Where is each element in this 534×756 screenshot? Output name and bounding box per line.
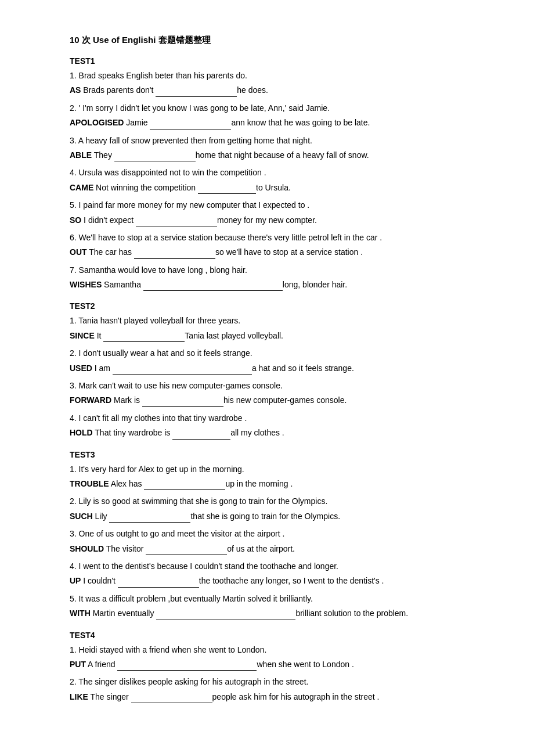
answer-line-test1-4: CAME Not winning the competition to Ursu… <box>70 181 464 194</box>
keyword-test4-2: LIKE <box>70 692 88 701</box>
blank-test1-3[interactable] <box>114 152 196 161</box>
answer-line-test3-1: TROUBLE Alex has up in the morning . <box>70 477 464 490</box>
question-line-test2-1: 1. Tania hasn't played volleyball for th… <box>70 314 464 327</box>
question-line-test1-5: 5. I paind far more money for my new com… <box>70 199 464 211</box>
question-line-test1-2: 2. ' I'm sorry I didn't let you know I w… <box>70 102 464 114</box>
blank-test3-1[interactable] <box>144 481 225 490</box>
keyword-test2-2: USED <box>70 363 92 373</box>
keyword-test2-1: SINCE <box>70 331 95 340</box>
question-line-test2-2: 2. I don't usually wear a hat and so it … <box>70 347 464 359</box>
keyword-test3-3: SHOULD <box>70 544 104 553</box>
question-line-test2-3: 3. Mark can't wait to use his new comput… <box>70 379 464 392</box>
keyword-test3-1: TROUBLE <box>70 479 109 488</box>
answer-line-test1-7: WISHES Samantha long, blonder hair. <box>70 278 464 291</box>
question-line-test3-1: 1. It's very hard for Alex to get up in … <box>70 463 464 476</box>
question-line-test3-5: 5. It was a difficult problem ,but event… <box>70 592 464 605</box>
keyword-test1-1: AS <box>70 85 81 95</box>
answer-line-test2-3: FORWARD Mark is his new computer-games c… <box>70 394 464 406</box>
keyword-test3-2: SUCH <box>70 512 93 521</box>
answer-line-test3-5: WITH Martin eventually brilliant solutio… <box>70 607 464 620</box>
keyword-test1-4: CAME <box>70 183 93 192</box>
blank-test3-2[interactable] <box>109 513 190 523</box>
answer-line-test2-4: HOLD That tiny wardrobe is all my clothe… <box>70 426 464 439</box>
answer-line-test4-2: LIKE The singer people ask him for his a… <box>70 690 464 703</box>
page-title: 10 次 Use of Englishi 套题错题整理 <box>70 35 464 46</box>
blank-test1-7[interactable] <box>143 282 283 291</box>
keyword-test4-1: PUT <box>70 660 86 669</box>
blank-test3-4[interactable] <box>118 578 199 588</box>
answer-line-test1-5: SO I didn't expect money for my new comp… <box>70 214 464 226</box>
question-line-test3-4: 4. I went to the dentist's because I cou… <box>70 560 464 573</box>
question-line-test1-1: 1. Brad speaks English beter than his pa… <box>70 69 464 82</box>
blank-test3-3[interactable] <box>146 546 227 555</box>
question-line-test4-2: 2. The singer dislikes people asking for… <box>70 675 464 688</box>
blank-test1-1[interactable] <box>156 88 237 97</box>
question-line-test1-4: 4. Ursula was disappointed not to win th… <box>70 166 464 179</box>
answer-line-test1-2: APOLOGISED Jamie ann know that he was go… <box>70 116 464 129</box>
question-line-test2-4: 4. I can't fit all my clothes into that … <box>70 412 464 424</box>
keyword-test1-3: ABLE <box>70 150 92 160</box>
question-line-test3-3: 3. One of us outght to go and meet the v… <box>70 527 464 540</box>
blank-test2-2[interactable] <box>113 365 252 375</box>
blank-test1-6[interactable] <box>134 250 215 259</box>
answer-line-test3-4: UP I couldn't the toothache any longer, … <box>70 574 464 587</box>
answer-line-test1-3: ABLE They home that night because of a h… <box>70 149 464 161</box>
section-title-test2: TEST2 <box>70 301 464 311</box>
keyword-test2-3: FORWARD <box>70 395 111 405</box>
blank-test4-1[interactable] <box>117 661 257 671</box>
section-title-test1: TEST1 <box>70 56 464 66</box>
keyword-test1-6: OUT <box>70 247 87 257</box>
blank-test2-3[interactable] <box>142 398 223 407</box>
question-line-test3-2: 2. Lily is so good at swimming that she … <box>70 495 464 507</box>
answer-line-test2-1: SINCE It Tania last played volleyball. <box>70 329 464 342</box>
keyword-test1-2: APOLOGISED <box>70 118 124 127</box>
question-line-test1-6: 6. We'll have to stop at a service stati… <box>70 231 464 244</box>
answer-line-test1-6: OUT The car has so we'll have to stop at… <box>70 246 464 258</box>
answer-line-test2-2: USED I am a hat and so it feels strange. <box>70 362 464 375</box>
answer-line-test1-1: AS Brads parents don't he does. <box>70 84 464 96</box>
question-line-test1-3: 3. A heavy fall of snow prevented then f… <box>70 134 464 147</box>
blank-test4-2[interactable] <box>131 694 212 703</box>
keyword-test2-4: HOLD <box>70 428 93 437</box>
question-line-test1-7: 7. Samantha would love to have long , bl… <box>70 264 464 276</box>
blank-test1-5[interactable] <box>136 217 217 226</box>
blank-test3-5[interactable] <box>156 611 295 620</box>
question-line-test4-1: 1. Heidi stayed with a friend when she w… <box>70 643 464 656</box>
keyword-test1-7: WISHES <box>70 280 102 289</box>
section-title-test4: TEST4 <box>70 631 464 640</box>
blank-test2-4[interactable] <box>172 430 230 440</box>
answer-line-test4-1: PUT A friend when she went to London . <box>70 658 464 671</box>
keyword-test3-5: WITH <box>70 609 91 618</box>
keyword-test1-5: SO <box>70 215 81 225</box>
blank-test1-4[interactable] <box>198 185 256 194</box>
section-title-test3: TEST3 <box>70 450 464 459</box>
answer-line-test3-2: SUCH Lily that she is going to train for… <box>70 510 464 523</box>
keyword-test3-4: UP <box>70 576 81 585</box>
answer-line-test3-3: SHOULD The visitor of us at the airport. <box>70 542 464 555</box>
blank-test2-1[interactable] <box>103 333 185 342</box>
blank-test1-2[interactable] <box>150 120 231 129</box>
